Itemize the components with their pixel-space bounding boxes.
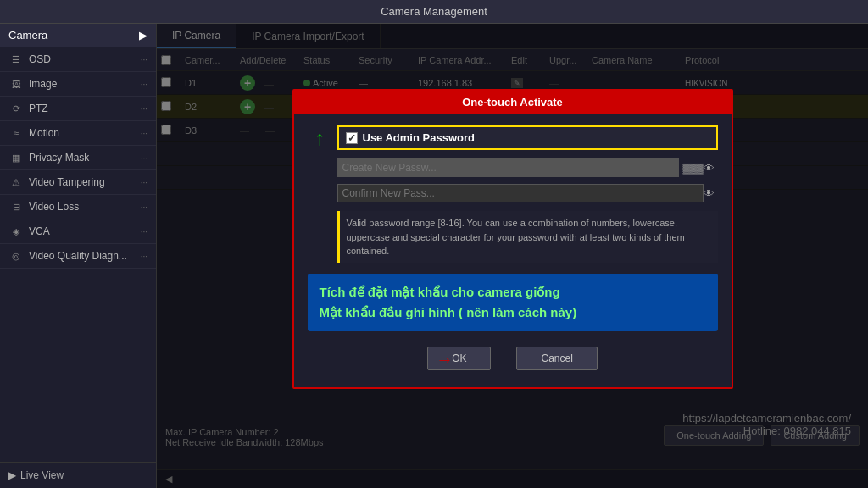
sidebar-item-label: Video Quality Diagn... bbox=[29, 250, 127, 262]
one-touch-activate-dialog: One-touch Activate ↑ ✓ Use Admin Passwor… bbox=[292, 89, 733, 389]
motion-icon: ≈ bbox=[8, 127, 24, 139]
create-password-input[interactable] bbox=[337, 158, 680, 177]
confirm-password-row: 👁 bbox=[337, 184, 718, 202]
vca-icon: ◈ bbox=[8, 225, 24, 237]
dialog-body: ↑ ✓ Use Admin Password ▓▓▓ 👁 bbox=[294, 114, 732, 387]
show-password-icon[interactable]: 👁 bbox=[704, 162, 715, 175]
create-password-row: ▓▓▓ 👁 bbox=[337, 158, 718, 177]
sidebar-item-label: VCA bbox=[29, 225, 50, 237]
dots: ··· bbox=[141, 153, 147, 163]
sidebar-item-ptz[interactable]: ⟳ PTZ ··· bbox=[0, 97, 156, 121]
cancel-button[interactable]: Cancel bbox=[516, 347, 597, 370]
use-admin-row: ↑ ✓ Use Admin Password bbox=[337, 125, 718, 150]
dots: ··· bbox=[141, 104, 147, 114]
sidebar-item-tampering[interactable]: ⚠ Video Tampering ··· bbox=[0, 170, 156, 195]
sidebar-item-label: Video Tampering bbox=[29, 176, 105, 188]
loss-icon: ⊟ bbox=[8, 201, 24, 213]
password-hint: Valid password range [8-16]. You can use… bbox=[337, 211, 718, 263]
sidebar-item-label: Video Loss bbox=[29, 201, 79, 213]
sidebar-item-label: Image bbox=[29, 78, 57, 90]
sidebar-item-image[interactable]: 🖼 Image ··· bbox=[0, 72, 156, 97]
privacy-icon: ▦ bbox=[8, 152, 24, 164]
dots: ··· bbox=[141, 178, 147, 187]
green-arrow-icon: ↑ bbox=[315, 126, 326, 150]
sidebar-title: Camera bbox=[8, 29, 47, 42]
live-view-button[interactable]: ▶ Live View bbox=[0, 462, 156, 488]
sidebar-expand-icon[interactable]: ▶ bbox=[139, 29, 147, 42]
osd-icon: ☰ bbox=[8, 53, 24, 65]
sidebar-item-loss[interactable]: ⊟ Video Loss ··· bbox=[0, 195, 156, 219]
dots: ··· bbox=[141, 55, 147, 64]
sidebar: Camera ▶ ☰ OSD ··· 🖼 Image ··· ⟳ PTZ ···… bbox=[0, 24, 157, 488]
sidebar-item-motion[interactable]: ≈ Motion ··· bbox=[0, 121, 156, 146]
quality-icon: ◎ bbox=[8, 250, 24, 262]
content-area: IP Camera IP Camera Import/Export Camer.… bbox=[157, 24, 868, 488]
sidebar-item-label: Motion bbox=[29, 127, 59, 139]
title-bar: Camera Management bbox=[0, 0, 868, 24]
dots: ··· bbox=[141, 80, 147, 89]
dots: ··· bbox=[141, 129, 147, 138]
red-arrow-icon: → bbox=[437, 349, 453, 369]
sidebar-item-osd[interactable]: ☰ OSD ··· bbox=[0, 47, 156, 72]
sidebar-item-label: PTZ bbox=[29, 103, 48, 114]
dots: ··· bbox=[141, 227, 147, 236]
sidebar-item-quality[interactable]: ◎ Video Quality Diagn... ··· bbox=[0, 244, 156, 269]
sidebar-item-privacy[interactable]: ▦ Privacy Mask ··· bbox=[0, 146, 156, 170]
use-admin-label: Use Admin Password bbox=[363, 131, 475, 144]
ptz-icon: ⟳ bbox=[8, 103, 24, 114]
use-admin-checkbox[interactable]: ✓ bbox=[346, 132, 358, 144]
dialog-title: One-touch Activate bbox=[294, 91, 732, 114]
image-icon: 🖼 bbox=[8, 78, 24, 90]
tampering-icon: ⚠ bbox=[8, 176, 24, 188]
show-confirm-icon[interactable]: 👁 bbox=[704, 187, 715, 200]
sidebar-item-vca[interactable]: ◈ VCA ··· bbox=[0, 219, 156, 244]
sidebar-item-label: OSD bbox=[29, 53, 51, 65]
viet-text-line2: Mật khẩu đầu ghi hình ( nên làm cách này… bbox=[320, 302, 706, 323]
vietnamese-annotation: Tích để đặt mật khẩu cho camera giống Mậ… bbox=[308, 274, 718, 331]
live-view-icon: ▶ bbox=[8, 469, 16, 481]
dots: ··· bbox=[141, 252, 147, 261]
sidebar-header: Camera ▶ bbox=[0, 24, 156, 47]
checkmark-icon: ✓ bbox=[348, 132, 356, 144]
viet-text-line1: Tích để đặt mật khẩu cho camera giống bbox=[320, 282, 706, 302]
dialog-button-row: → OK Cancel bbox=[308, 343, 718, 375]
live-view-label: Live View bbox=[20, 469, 64, 481]
password-hint-text: Valid password range [8-16]. You can use… bbox=[347, 218, 685, 256]
dots: ··· bbox=[141, 202, 147, 212]
sidebar-item-label: Privacy Mask bbox=[29, 152, 89, 164]
confirm-password-input[interactable] bbox=[337, 184, 704, 202]
dialog-overlay: One-touch Activate ↑ ✓ Use Admin Passwor… bbox=[157, 24, 868, 488]
app-title: Camera Management bbox=[381, 5, 487, 18]
